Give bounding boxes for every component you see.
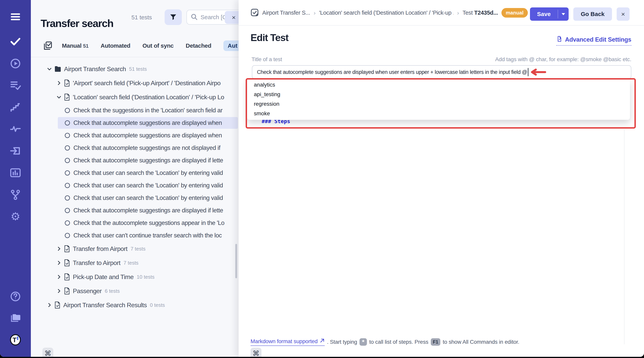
- chevron-right-icon[interactable]: [56, 246, 62, 251]
- chevron-right-icon[interactable]: [56, 260, 62, 265]
- tree-item-label: Pick-up Date and Time: [73, 273, 134, 281]
- chevron-right-icon[interactable]: [56, 81, 62, 86]
- tree-suite-row[interactable]: Transfer from Airport7 tests: [31, 242, 238, 256]
- tree-suite-row[interactable]: 'Airport' search field ('Pick-up Airport…: [31, 76, 238, 90]
- select-cases-icon[interactable]: [43, 41, 52, 51]
- help-icon[interactable]: [10, 291, 21, 302]
- tree-test-row[interactable]: Check that autocomplete suggestings are …: [31, 154, 238, 167]
- projects-folder-icon[interactable]: [10, 313, 21, 324]
- tree-item-label: Check that user can search the 'Location…: [74, 169, 223, 176]
- funnel-icon: [169, 13, 177, 22]
- text-cursor: [528, 68, 528, 76]
- tree-test-row[interactable]: Check that user can search the 'Location…: [31, 167, 238, 179]
- suite-doc-icon: [64, 79, 70, 87]
- test-cases-icon[interactable]: [10, 36, 21, 47]
- tree-test-row[interactable]: Check that autocomplete suggestions are …: [31, 129, 238, 142]
- tag-suggestion-item[interactable]: analytics: [247, 80, 630, 90]
- close-icon: ×: [232, 14, 236, 21]
- suite-doc-icon: [64, 259, 70, 266]
- test-plans-icon[interactable]: [10, 80, 21, 91]
- tree-suite-row[interactable]: Airport Transfer Search Results0 tests: [31, 298, 238, 312]
- tests-count: 51 tests: [132, 14, 152, 21]
- settings-gear-icon[interactable]: ⚙: [10, 211, 21, 222]
- tree-test-row[interactable]: Check that user can search the 'Location…: [31, 192, 238, 204]
- save-options-button[interactable]: [558, 8, 569, 21]
- reports-icon[interactable]: [10, 167, 21, 178]
- chevron-right-icon[interactable]: [46, 302, 52, 307]
- integrations-icon[interactable]: [10, 189, 21, 200]
- tree-test-row[interactable]: Check that the suggestions in the 'Locat…: [31, 104, 238, 117]
- editor-scrollbar-track[interactable]: [624, 129, 624, 344]
- tree-item-label: Check that autocomplete suggestions are …: [74, 119, 222, 126]
- defects-icon[interactable]: [10, 124, 21, 134]
- tree-item-label: Passenger: [73, 287, 102, 295]
- tree-suite-row[interactable]: Airport Transfer Search51 tests: [31, 62, 238, 76]
- tree-test-row[interactable]: Check that autocomplete suggestions are …: [31, 117, 238, 129]
- close-icon: ×: [621, 10, 625, 18]
- footer-text-2: to call list of steps. Press: [369, 339, 428, 345]
- test-id: T2435d...: [474, 10, 498, 16]
- chevron-down-icon[interactable]: [56, 95, 62, 99]
- tree-item-label: Check that user can search the 'Location…: [74, 194, 223, 201]
- markdown-supported-link[interactable]: Markdown format supported: [250, 338, 325, 346]
- tree-suite-row[interactable]: Transfer to Airport7 tests: [31, 256, 238, 270]
- tab-out-of-sync[interactable]: Out of sync: [142, 43, 174, 49]
- test-title-input[interactable]: Check that autocomplete suggestions are …: [252, 65, 631, 79]
- test-circle-icon: [64, 232, 71, 239]
- tree-item-label: Check that the suggestions in the 'Locat…: [74, 107, 222, 114]
- footer-text-3: to show All Commands in editor.: [443, 339, 519, 345]
- test-circle-icon: [64, 132, 71, 139]
- tree-suite-row[interactable]: 'Location' search field ('Destination Lo…: [31, 90, 238, 104]
- go-back-button[interactable]: Go Back: [573, 8, 612, 21]
- chevron-right-icon: ›: [457, 10, 459, 16]
- suite-doc-icon: [54, 301, 60, 309]
- test-circle-icon: [64, 145, 71, 151]
- command-shortcut-badge[interactable]: ⌘: [250, 348, 262, 357]
- title-input-value: Check that autocomplete suggestions are …: [257, 69, 527, 75]
- breadcrumb-suite[interactable]: 'Location' search field ('Destination Lo…: [319, 10, 454, 16]
- save-button[interactable]: Save: [530, 8, 558, 21]
- suite-doc-icon: [64, 245, 70, 252]
- edit-header: Airport Transfer S... › 'Location' searc…: [238, 0, 644, 26]
- tree-item-count: 6 tests: [105, 288, 120, 294]
- advanced-edit-settings-link[interactable]: Advanced Edit Settings: [556, 36, 631, 46]
- tree-test-row[interactable]: Check that user can search the 'Location…: [31, 179, 238, 192]
- tree-suite-row[interactable]: Pick-up Date and Time10 tests: [31, 270, 238, 284]
- tab-detached[interactable]: Detached: [186, 43, 211, 49]
- user-avatar[interactable]: T: [10, 334, 21, 345]
- close-panel-button[interactable]: ×: [617, 8, 630, 21]
- breadcrumb-root[interactable]: Airport Transfer S...: [262, 10, 310, 16]
- tree-item-label: Check that the autocomplete suggestions …: [74, 219, 224, 226]
- page-title: Transfer search: [40, 17, 113, 29]
- filter-button[interactable]: [164, 9, 182, 25]
- tree-test-row[interactable]: Check that autocomplete suggestings are …: [31, 142, 238, 154]
- suite-doc-icon: [64, 273, 70, 281]
- test-circle-icon: [64, 195, 71, 201]
- tag-suggestion-item[interactable]: regression: [247, 99, 630, 109]
- status-badge: manual: [502, 8, 528, 18]
- footer-text-1: . Start typing: [327, 339, 357, 345]
- tree-test-row[interactable]: Check that the autocomplete suggestions …: [31, 217, 238, 229]
- tree-test-row[interactable]: Check that autocomplete suggestings are …: [31, 204, 238, 217]
- suite-doc-icon: [64, 287, 70, 295]
- tree-scrollbar[interactable]: [235, 244, 237, 278]
- tree-item-label: Transfer to Airport: [73, 259, 120, 266]
- tag-suggestion-item[interactable]: api_testing: [247, 90, 630, 99]
- requirements-icon[interactable]: [10, 145, 21, 156]
- edit-test-panel: Airport Transfer S... › 'Location' searc…: [238, 0, 644, 357]
- tree-test-row[interactable]: Check that user can't continue transfer …: [31, 229, 238, 242]
- chevron-right-icon[interactable]: [56, 274, 62, 279]
- tab-manual[interactable]: Manual51: [62, 43, 88, 49]
- tree-item-count: 0 tests: [150, 302, 165, 308]
- tree-item-count: 10 tests: [137, 274, 154, 280]
- chevron-down-icon[interactable]: [46, 67, 52, 71]
- test-circle-icon: [64, 170, 71, 176]
- command-shortcut-badge[interactable]: ⌘: [42, 348, 53, 357]
- tree-suite-row[interactable]: Passenger6 tests: [31, 284, 238, 298]
- test-runs-icon[interactable]: [10, 58, 21, 69]
- tag-suggestion-item[interactable]: smoke: [247, 109, 630, 118]
- milestones-icon[interactable]: [10, 102, 21, 113]
- tab-automated[interactable]: Automated: [100, 43, 130, 49]
- menu-icon[interactable]: [10, 11, 21, 22]
- chevron-right-icon[interactable]: [56, 288, 62, 293]
